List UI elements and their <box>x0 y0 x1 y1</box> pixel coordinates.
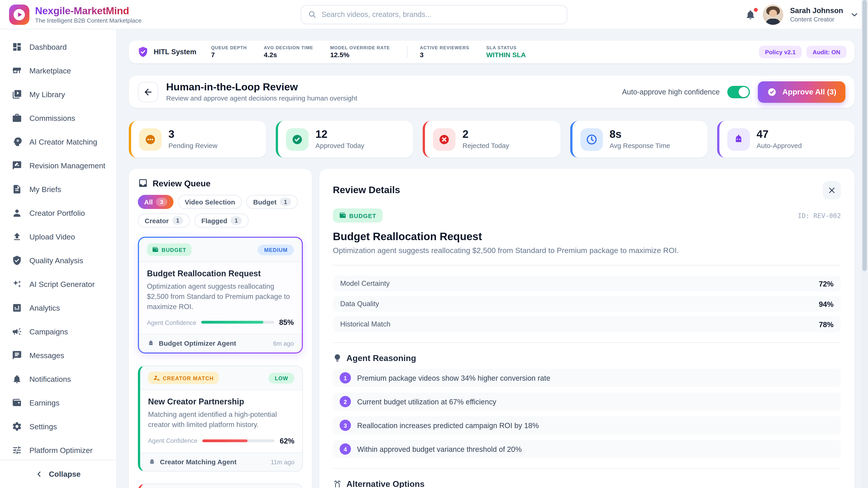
queue-card-new-creator-partnership[interactable]: CREATOR MATCH LOW New Creator Partnershi… <box>138 365 303 471</box>
stat-rejected-today: 2Rejected Today <box>423 121 560 158</box>
sidebar-item-ai-creator-matching[interactable]: AI Creator Matching <box>0 130 116 154</box>
filter-creator[interactable]: Creator 1 <box>138 214 190 228</box>
hitl-metric-model-override-rate: MODEL OVERRIDE RATE 12.5% <box>330 45 390 59</box>
hitl-metric-active-reviewers: ACTIVE REVIEWERS 3 <box>420 45 469 59</box>
divider <box>333 342 841 343</box>
alt-route-icon <box>333 479 342 488</box>
top-bar: Nexgile-MarketMind The Intelligent B2B C… <box>0 0 868 29</box>
timestamp: 11m ago <box>271 458 294 465</box>
gear-icon <box>12 421 22 431</box>
x-circle-icon <box>433 128 456 151</box>
sidebar-item-campaigns[interactable]: Campaigns <box>0 320 116 344</box>
reasoning-item: 3 Reallocation increases predicted campa… <box>333 416 841 434</box>
brand[interactable]: Nexgile-MarketMind The Intelligent B2B C… <box>9 4 213 25</box>
stat-avg-response-time: 8sAvg Response Time <box>570 121 707 158</box>
sidebar-item-my-library[interactable]: My Library <box>0 83 116 106</box>
bell-icon <box>12 374 22 384</box>
user-name: Sarah Johnson <box>790 6 843 15</box>
reasoning-item: 4 Within approved budget variance thresh… <box>333 440 841 458</box>
sidebar-item-messages[interactable]: Messages <box>0 344 116 367</box>
sidebar-item-revision-management[interactable]: Revision Management <box>0 154 116 177</box>
back-button[interactable] <box>138 82 158 102</box>
approve-all-button[interactable]: Approve All (3) <box>758 81 845 103</box>
lightbulb-icon <box>333 353 342 362</box>
close-button[interactable] <box>823 182 841 199</box>
wallet-icon <box>339 212 346 219</box>
reasoning-item: 1 Premium package videos show 34% higher… <box>333 369 841 387</box>
dashboard-icon <box>12 42 22 52</box>
reasoning-title: Agent Reasoning <box>346 353 416 363</box>
robot-icon <box>148 458 156 466</box>
wallet-icon <box>12 398 22 408</box>
sidebar-item-commissions[interactable]: Commissions <box>0 106 116 130</box>
sidebar-collapse-button[interactable]: Collapse <box>0 460 116 488</box>
auto-approve-toggle[interactable] <box>727 86 750 98</box>
policy-version-badge: Policy v2.1 <box>759 46 802 58</box>
sidebar-item-quality-analysis[interactable]: Quality Analysis <box>0 249 116 272</box>
alternatives-title: Alternative Options <box>346 479 425 488</box>
main-content: HITL System QUEUE DEPTH 7 AVG DECISION T… <box>117 29 862 488</box>
auto-approve-label: Auto-approve high confidence <box>622 88 720 96</box>
timestamp: 6m ago <box>273 340 294 347</box>
filter-all[interactable]: All 3 <box>138 195 174 209</box>
metric-data-quality: Data Quality 94% <box>333 296 841 312</box>
queue-card-partial[interactable] <box>138 483 303 488</box>
audit-status-badge: Audit: ON <box>807 46 847 58</box>
priority-badge: MEDIUM <box>258 244 294 255</box>
rate-review-icon <box>12 160 22 170</box>
document-icon <box>12 184 22 194</box>
sidebar-item-ai-script-generator[interactable]: AI Script Generator <box>0 272 116 296</box>
budget-type-badge: BUDGET <box>147 243 191 256</box>
user-avatar[interactable] <box>763 4 783 25</box>
queue-card-budget-reallocation[interactable]: BUDGET MEDIUM Budget Reallocation Reques… <box>138 237 303 354</box>
inbox-icon <box>138 178 148 188</box>
review-item-description: Optimization agent suggests reallocating… <box>333 246 841 255</box>
wallet-icon <box>152 246 159 253</box>
global-search[interactable] <box>301 5 567 24</box>
check-circle-icon <box>286 128 309 151</box>
sidebar-item-dashboard[interactable]: Dashboard <box>0 35 116 59</box>
hitl-shield-icon <box>137 46 149 58</box>
stat-pending-review: 3Pending Review <box>129 121 266 158</box>
bar-chart-icon <box>12 303 22 313</box>
robot-icon <box>727 128 750 151</box>
person-icon <box>12 208 22 218</box>
filter-flagged[interactable]: Flagged 1 <box>195 214 249 228</box>
sidebar-item-creator-portfolio[interactable]: Creator Portfolio <box>0 201 116 225</box>
user-info[interactable]: Sarah Johnson Content Creator <box>790 6 843 22</box>
chevron-down-icon[interactable] <box>850 10 859 19</box>
queue-title: Review Queue <box>153 178 211 188</box>
hitl-title: HITL System <box>154 48 196 56</box>
upload-icon <box>12 232 22 242</box>
filter-budget[interactable]: Budget 1 <box>246 195 298 209</box>
notifications-bell-icon[interactable] <box>745 9 756 20</box>
review-item-title: Budget Reallocation Request <box>333 230 841 243</box>
video-library-icon <box>12 89 22 99</box>
review-id: ID: REV-002 <box>798 212 841 219</box>
sidebar-item-upload-video[interactable]: Upload Video <box>0 225 116 249</box>
filter-video-selection[interactable]: Video Selection <box>178 195 242 209</box>
sidebar-item-platform-optimizer[interactable]: Platform Optimizer <box>0 438 116 462</box>
search-input[interactable] <box>322 10 560 19</box>
stat-auto-approved: 47Auto-Approved <box>717 121 855 158</box>
confidence-bar <box>203 439 275 442</box>
confidence-value: 85% <box>279 318 294 327</box>
page-subtitle: Review and approve agent decisions requi… <box>166 94 358 102</box>
pending-dots-icon <box>139 128 162 151</box>
sidebar: Dashboard Marketplace My Library Commiss… <box>0 29 117 488</box>
sidebar-item-analytics[interactable]: Analytics <box>0 296 116 320</box>
app-logo-icon <box>9 4 29 25</box>
review-details-panel: Review Details BUDGET ID: REV-002 Budget… <box>319 169 855 488</box>
sidebar-item-notifications[interactable]: Notifications <box>0 367 116 391</box>
sidebar-item-earnings[interactable]: Earnings <box>0 391 116 415</box>
hitl-metric-queue-depth: QUEUE DEPTH 7 <box>211 45 247 59</box>
clock-icon <box>580 128 602 151</box>
search-icon <box>308 10 317 19</box>
hitl-metric-avg-decision-time: AVG DECISION TIME 4.2s <box>264 45 313 59</box>
sidebar-item-my-briefs[interactable]: My Briefs <box>0 177 116 201</box>
hitl-metric-sla-status: SLA STATUS WITHIN SLA <box>486 45 526 59</box>
scrollbar-thumb[interactable] <box>862 0 867 271</box>
sidebar-item-marketplace[interactable]: Marketplace <box>0 59 116 83</box>
agent-name: Creator Matching Agent <box>148 458 237 466</box>
sidebar-item-settings[interactable]: Settings <box>0 415 116 438</box>
